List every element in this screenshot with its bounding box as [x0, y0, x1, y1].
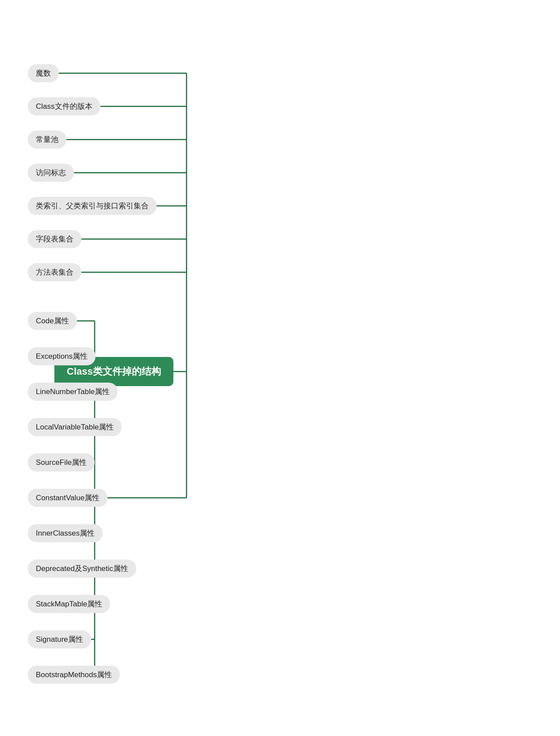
node-innerclasses-attr: InnerClasses属性 — [28, 524, 103, 542]
node-code-attr: Code属性 — [28, 312, 77, 330]
node-linenumber-attr: LineNumberTable属性 — [28, 383, 118, 401]
node-class-index: 类索引、父类索引与接口索引集合 — [28, 197, 157, 215]
node-constant-pool: 常量池 — [28, 130, 66, 149]
node-sourcefile-attr: SourceFile属性 — [28, 453, 95, 472]
node-exceptions-attr: Exceptions属性 — [28, 347, 96, 365]
node-localvariable-attr: LocalVariableTable属性 — [28, 418, 122, 436]
node-method-table: 方法表集合 — [28, 263, 81, 281]
node-signature-attr: Signature属性 — [28, 630, 91, 648]
node-magic: 魔数 — [28, 64, 59, 82]
node-version: Class文件的版本 — [28, 97, 100, 115]
node-deprecated-attr: Deprecated及Synthetic属性 — [28, 560, 136, 578]
node-stackmaptable-attr: StackMapTable属性 — [28, 595, 110, 613]
node-bootstrapmethods-attr: BootstrapMethods属性 — [28, 666, 120, 684]
node-constantvalue-attr: ConstantValue属性 — [28, 489, 107, 507]
node-field-table: 字段表集合 — [28, 230, 81, 248]
node-access-flag: 访问标志 — [28, 164, 74, 182]
